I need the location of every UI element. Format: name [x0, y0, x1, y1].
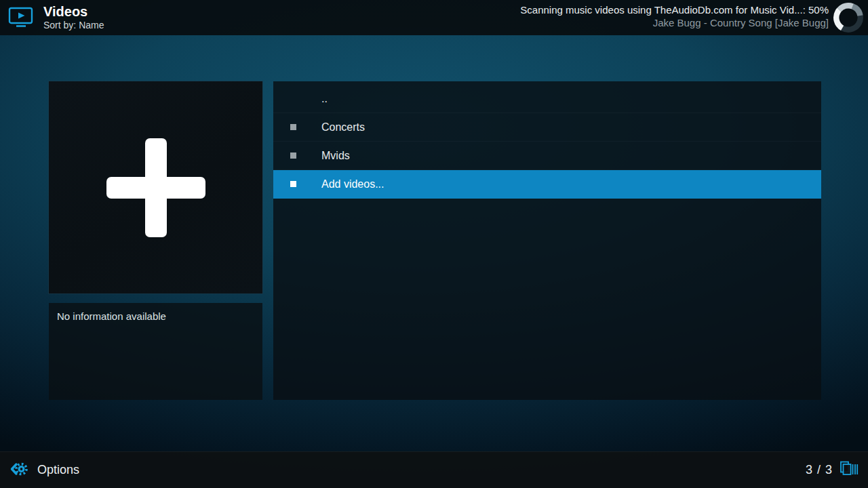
scan-status-line1: Scanning music videos using TheAudioDb.c… — [520, 4, 829, 17]
media-info-panel: No information available — [49, 303, 262, 400]
list-item-label: Add videos... — [321, 178, 384, 190]
window-heading: Videos Sort by: Name — [0, 4, 104, 30]
focused-item-thumbnail — [49, 81, 262, 293]
list-item-label: Concerts — [321, 121, 365, 134]
sort-by-label: Sort by: Name — [43, 20, 104, 30]
options-label: Options — [37, 463, 79, 477]
options-button[interactable]: Options — [9, 460, 79, 481]
top-bar: Videos Sort by: Name Scanning music vide… — [0, 0, 868, 35]
scan-status-line2: Jake Bugg - Country Song [Jake Bugg] — [520, 17, 829, 30]
list-item[interactable]: Add videos... — [273, 170, 821, 199]
gear-chevron-icon — [9, 460, 28, 481]
item-bullet-icon — [290, 181, 296, 187]
list-item[interactable]: Mvids — [273, 142, 821, 170]
item-position-indicator: 3 / 3 — [806, 463, 833, 477]
item-bullet-icon — [290, 124, 296, 130]
file-list-panel: .. Concerts Mvids Add videos... — [273, 81, 821, 400]
scan-status: Scanning music videos using TheAudioDb.c… — [520, 4, 829, 30]
tv-play-icon — [8, 6, 34, 29]
list-item[interactable]: Concerts — [273, 113, 821, 142]
page-title: Videos — [43, 4, 104, 20]
no-information-text: No information available — [57, 310, 166, 322]
bottom-bar: Options 3 / 3 — [0, 451, 868, 488]
item-bullet-icon — [290, 152, 296, 159]
busy-spinner-icon — [833, 2, 864, 33]
stacked-pages-icon — [840, 460, 859, 481]
list-item-label: Mvids — [321, 150, 350, 162]
list-item[interactable]: .. — [273, 85, 821, 113]
list-item-label: .. — [321, 93, 328, 105]
plus-icon — [106, 138, 205, 237]
